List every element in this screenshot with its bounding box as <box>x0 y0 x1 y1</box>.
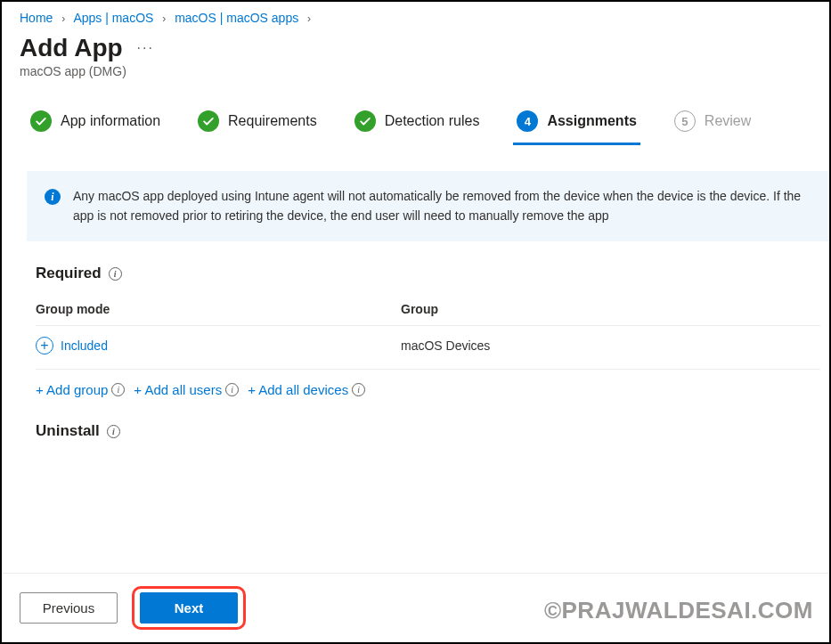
column-header-group: Group <box>401 302 820 316</box>
step-label: Detection rules <box>385 113 480 129</box>
section-title: Uninstall <box>36 422 100 440</box>
info-banner-text: Any macOS app deployed using Intune agen… <box>73 187 811 225</box>
step-label: Review <box>705 113 751 129</box>
info-icon[interactable]: i <box>107 425 120 438</box>
info-icon[interactable]: i <box>109 267 122 281</box>
group-mode-toggle[interactable]: + Included <box>36 337 108 355</box>
chevron-right-icon: › <box>307 12 311 25</box>
breadcrumb: Home › Apps | macOS › macOS | macOS apps… <box>2 2 829 30</box>
breadcrumb-home[interactable]: Home <box>20 11 53 25</box>
table-row: + Included macOS Devices <box>36 326 820 370</box>
info-icon[interactable]: i <box>352 383 365 396</box>
step-detection-rules[interactable]: Detection rules <box>351 102 484 145</box>
check-icon <box>354 110 376 132</box>
group-name: macOS Devices <box>401 338 820 353</box>
add-all-devices-label: + Add all devices <box>248 382 348 397</box>
add-all-devices-link[interactable]: + Add all devices i <box>248 382 365 397</box>
step-app-information[interactable]: App information <box>27 102 164 145</box>
step-assignments[interactable]: 4 Assignments <box>513 102 640 145</box>
group-mode-label: Included <box>61 338 108 353</box>
step-requirements[interactable]: Requirements <box>194 102 321 145</box>
more-icon[interactable]: ··· <box>137 40 154 56</box>
column-header-group-mode: Group mode <box>36 302 401 316</box>
next-button[interactable]: Next <box>140 592 238 624</box>
wizard-footer: Previous Next <box>2 573 829 642</box>
plus-circle-icon: + <box>36 337 53 355</box>
section-uninstall: Uninstall i <box>27 406 829 469</box>
step-label: App information <box>61 113 160 129</box>
check-icon <box>198 110 219 132</box>
step-number-badge: 4 <box>517 110 538 132</box>
previous-button[interactable]: Previous <box>20 592 118 624</box>
highlight-annotation: Next <box>132 586 246 630</box>
step-review: 5 Review <box>671 102 754 145</box>
chevron-right-icon: › <box>162 12 166 25</box>
chevron-right-icon: › <box>61 12 65 25</box>
breadcrumb-macos-apps[interactable]: macOS | macOS apps <box>175 11 298 25</box>
wizard-stepper: App information Requirements Detection r… <box>2 102 829 146</box>
add-all-users-label: + Add all users <box>134 382 222 397</box>
info-icon[interactable]: i <box>111 383 125 396</box>
page-subtitle: macOS app (DMG) <box>2 64 829 102</box>
info-icon: i <box>45 189 61 205</box>
section-title: Required <box>36 265 102 282</box>
add-group-link[interactable]: + Add group i <box>36 382 125 397</box>
check-icon <box>30 110 52 132</box>
step-label: Assignments <box>547 113 636 129</box>
add-all-users-link[interactable]: + Add all users i <box>134 382 239 397</box>
step-label: Requirements <box>228 113 317 129</box>
add-group-label: + Add group <box>36 382 108 397</box>
info-banner: i Any macOS app deployed using Intune ag… <box>27 171 829 241</box>
page-title: Add App <box>20 34 123 62</box>
section-required: Required i Group mode Group + Included m… <box>27 241 829 406</box>
step-number-badge: 5 <box>674 110 696 132</box>
info-icon[interactable]: i <box>225 383 239 396</box>
breadcrumb-apps-macos[interactable]: Apps | macOS <box>73 11 153 25</box>
